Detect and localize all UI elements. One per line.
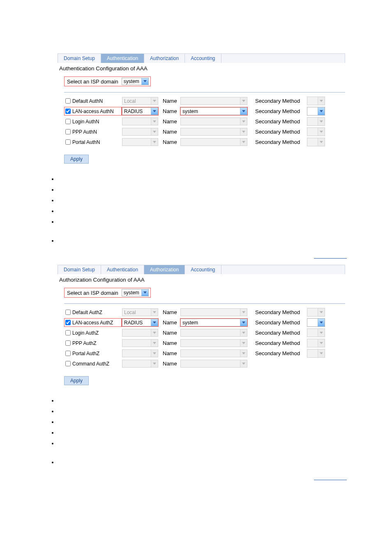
authz-checkbox[interactable] bbox=[65, 340, 71, 346]
authz-name-select bbox=[180, 360, 247, 368]
authz-method-select bbox=[122, 360, 158, 368]
authz-name-select bbox=[180, 349, 247, 357]
authz-row: LAN-access AuthZRADIUSNamesystemSecondar… bbox=[64, 317, 345, 328]
authz-checkbox[interactable] bbox=[65, 361, 71, 366]
authz-grid: Default AuthZLocalNameSecondary MethodLA… bbox=[64, 303, 345, 369]
auth-panel: Domain Setup Authentication Authorizatio… bbox=[58, 53, 345, 164]
auth-checkbox[interactable] bbox=[65, 119, 71, 124]
bullet-list-1 bbox=[58, 176, 392, 248]
authz-name-select bbox=[180, 339, 247, 347]
authz-domain-select[interactable]: system bbox=[122, 289, 149, 296]
name-label: Name bbox=[159, 118, 180, 125]
auth-tabs: Domain Setup Authentication Authorizatio… bbox=[58, 53, 345, 63]
authz-checkbox[interactable] bbox=[65, 351, 71, 356]
svg-marker-26 bbox=[153, 342, 156, 344]
svg-marker-22 bbox=[320, 321, 323, 324]
auth-method-select bbox=[122, 138, 158, 146]
auth-name-select bbox=[180, 118, 247, 125]
secondary-label: Secondary Method bbox=[248, 129, 307, 135]
authz-domain-label: Select an ISP domain bbox=[67, 290, 118, 296]
auth-secondary-select[interactable] bbox=[307, 107, 325, 116]
authz-tabs: Domain Setup Authentication Authorizatio… bbox=[58, 265, 345, 274]
chevron-down-icon bbox=[151, 340, 158, 347]
svg-marker-12 bbox=[320, 131, 323, 133]
tab-authentication[interactable]: Authentication bbox=[101, 54, 144, 63]
auth-method-select bbox=[122, 118, 158, 125]
chevron-down-icon bbox=[151, 350, 158, 357]
authz-method-select: Local bbox=[122, 308, 158, 316]
svg-marker-0 bbox=[143, 80, 147, 82]
svg-marker-21 bbox=[242, 321, 245, 324]
auth-domain-select[interactable]: system bbox=[122, 78, 149, 85]
svg-marker-18 bbox=[242, 311, 245, 313]
authz-method-select[interactable]: RADIUS bbox=[122, 319, 158, 326]
chevron-down-icon bbox=[141, 78, 148, 85]
secondary-label: Secondary Method bbox=[248, 340, 307, 346]
authz-panel-title: Authorization Configuration of AAA bbox=[59, 277, 345, 283]
name-label: Name bbox=[159, 139, 180, 145]
authz-row-label: LAN-access AuthZ bbox=[72, 320, 113, 326]
name-label: Name bbox=[159, 330, 180, 336]
svg-marker-2 bbox=[242, 100, 245, 102]
auth-secondary-select bbox=[307, 97, 325, 105]
authz-row-label: PPP AuthZ bbox=[72, 340, 96, 346]
svg-marker-16 bbox=[143, 291, 147, 294]
auth-checkbox[interactable] bbox=[65, 98, 71, 104]
tab-authorization[interactable]: Authorization bbox=[144, 54, 185, 63]
authz-method-select bbox=[122, 339, 158, 347]
authz-secondary-select bbox=[307, 339, 325, 347]
svg-marker-31 bbox=[320, 352, 323, 354]
auth-apply-button[interactable]: Apply bbox=[64, 155, 89, 164]
auth-checkbox[interactable] bbox=[65, 109, 71, 114]
name-label: Name bbox=[159, 309, 180, 315]
tab-accounting[interactable]: Accounting bbox=[185, 265, 221, 274]
authz-secondary-select[interactable] bbox=[307, 318, 325, 327]
authz-checkbox[interactable] bbox=[65, 330, 71, 335]
name-label: Name bbox=[159, 108, 180, 114]
auth-name-select[interactable]: system bbox=[180, 107, 247, 115]
svg-marker-25 bbox=[320, 332, 323, 334]
authz-row: Command AuthZName bbox=[64, 358, 345, 369]
chevron-down-icon bbox=[240, 128, 247, 135]
chevron-down-icon bbox=[151, 360, 158, 367]
authz-apply-button[interactable]: Apply bbox=[64, 376, 89, 385]
chevron-down-icon bbox=[240, 329, 247, 336]
auth-checkbox[interactable] bbox=[65, 129, 71, 134]
authz-name-select[interactable]: system bbox=[180, 319, 247, 326]
bullet-list-2 bbox=[58, 398, 392, 470]
auth-method-select[interactable]: RADIUS bbox=[122, 107, 158, 115]
tab-authentication[interactable]: Authentication bbox=[101, 265, 144, 274]
chevron-down-icon bbox=[240, 340, 247, 347]
auth-row-label: Portal AuthN bbox=[72, 139, 100, 145]
svg-marker-29 bbox=[153, 352, 156, 354]
auth-checkbox[interactable] bbox=[65, 139, 71, 145]
auth-name-select bbox=[180, 97, 247, 105]
chevron-down-icon bbox=[240, 139, 247, 146]
auth-name-select bbox=[180, 128, 247, 136]
authz-row-label: Login AuthZ bbox=[72, 330, 99, 336]
authz-checkbox[interactable] bbox=[65, 320, 71, 325]
auth-row-label: Default AuthN bbox=[72, 98, 103, 104]
tab-authorization[interactable]: Authorization bbox=[144, 265, 185, 274]
svg-marker-1 bbox=[153, 100, 156, 102]
authz-row-label: Portal AuthZ bbox=[72, 351, 99, 356]
authz-checkbox[interactable] bbox=[65, 310, 71, 315]
chevron-down-icon bbox=[151, 319, 158, 326]
tab-domain-setup[interactable]: Domain Setup bbox=[58, 265, 101, 274]
svg-marker-24 bbox=[242, 332, 245, 334]
chevron-down-icon bbox=[240, 97, 247, 104]
svg-marker-11 bbox=[242, 131, 245, 133]
authz-panel: Domain Setup Authentication Authorizatio… bbox=[58, 265, 345, 385]
auth-row-label: PPP AuthN bbox=[72, 129, 97, 135]
authz-secondary-select bbox=[307, 349, 325, 358]
secondary-label: Secondary Method bbox=[248, 108, 307, 114]
link-placeholder-1[interactable] bbox=[314, 253, 347, 259]
chevron-down-icon bbox=[151, 108, 158, 115]
secondary-label: Secondary Method bbox=[248, 350, 307, 356]
chevron-down-icon bbox=[240, 319, 247, 326]
link-placeholder-2[interactable] bbox=[314, 475, 347, 480]
tab-domain-setup[interactable]: Domain Setup bbox=[58, 54, 101, 63]
tab-accounting[interactable]: Accounting bbox=[185, 54, 221, 63]
chevron-down-icon bbox=[151, 139, 158, 146]
auth-grid: Default AuthNLocalNameSecondary MethodLA… bbox=[64, 92, 345, 147]
